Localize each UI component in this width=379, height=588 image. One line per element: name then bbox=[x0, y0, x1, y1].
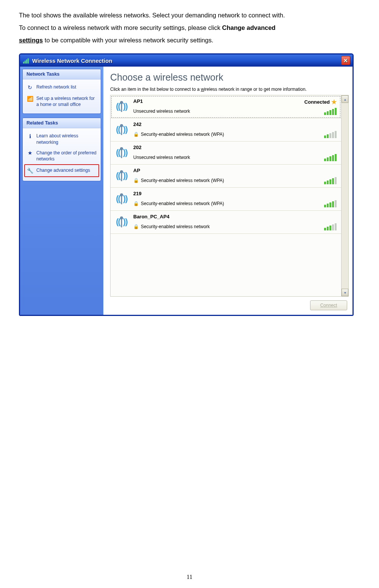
refresh-icon: ↻ bbox=[27, 84, 33, 91]
network-security: 🔒Security-enabled wireless network (WPA) bbox=[133, 201, 337, 206]
network-task-label: Refresh network list bbox=[36, 84, 76, 90]
lock-icon: 🔒 bbox=[133, 178, 139, 183]
network-security: 🔒Security-enabled wireless network bbox=[133, 224, 337, 229]
network-security: 🔒Security-enabled wireless network (WPA) bbox=[133, 178, 337, 183]
star-icon: ★ bbox=[27, 150, 33, 157]
network-tasks-panel: Network Tasks ↻Refresh network list📶Set … bbox=[22, 69, 101, 114]
related-task-label: Change the order of preferred networks bbox=[36, 150, 97, 162]
related-task-label: Change advanced settings bbox=[36, 167, 90, 173]
scroll-down-button[interactable]: ▾ bbox=[342, 289, 348, 296]
antenna-icon: (( )) bbox=[114, 145, 129, 160]
signal-strength-icon bbox=[324, 177, 337, 184]
window: Wireless Network Connection ✕ Network Ta… bbox=[19, 53, 354, 316]
signal-strength-icon bbox=[324, 131, 337, 138]
network-task-link-0[interactable]: ↻Refresh network list bbox=[25, 82, 98, 93]
signal-strength-icon bbox=[324, 107, 337, 115]
instruction-text: Click an item in the list below to conne… bbox=[110, 87, 349, 92]
scroll-up-button[interactable]: ▴ bbox=[342, 95, 348, 103]
antenna-icon: (( )) bbox=[114, 98, 129, 114]
intro-text: The tool shows the available wireless ne… bbox=[19, 9, 360, 47]
network-item-5[interactable]: (( ))Baron_PC_AP4🔒Security-enabled wirel… bbox=[111, 211, 341, 234]
network-list-container: (( ))AP1Unsecured wireless networkConnec… bbox=[110, 95, 349, 297]
sidebar: Network Tasks ↻Refresh network list📶Set … bbox=[20, 67, 103, 315]
setup-network-icon: 📶 bbox=[27, 95, 33, 102]
network-status: Connected bbox=[304, 99, 330, 105]
signal-strength-icon bbox=[324, 154, 337, 161]
titlebar: Wireless Network Connection ✕ bbox=[20, 54, 352, 67]
related-task-link-2[interactable]: 🔧Change advanced settings bbox=[24, 164, 99, 177]
related-tasks-panel: Related Tasks ℹLearn about wireless netw… bbox=[22, 118, 101, 181]
antenna-icon: (( )) bbox=[114, 214, 129, 230]
intro-line2-bold: Change advanced bbox=[222, 24, 275, 31]
network-name: Baron_PC_AP4 bbox=[133, 214, 337, 219]
intro-line2-pre: To connect to a wireless network with mo… bbox=[19, 24, 222, 31]
antenna-icon: (( )) bbox=[114, 121, 129, 137]
info-icon: ℹ bbox=[27, 133, 33, 140]
network-item-4[interactable]: (( ))219🔒Security-enabled wireless netwo… bbox=[111, 188, 341, 211]
wifi-title-icon bbox=[23, 58, 30, 64]
network-item-0[interactable]: (( ))AP1Unsecured wireless networkConnec… bbox=[111, 95, 341, 118]
signal-strength-icon bbox=[324, 200, 337, 207]
network-security: Unsecured wireless network bbox=[133, 155, 337, 160]
related-tasks-title: Related Tasks bbox=[23, 118, 101, 128]
lock-icon: 🔒 bbox=[133, 132, 139, 137]
main-heading: Choose a wireless network bbox=[110, 72, 349, 83]
connect-button[interactable]: Connect bbox=[310, 300, 347, 310]
page-number: 11 bbox=[0, 574, 379, 580]
intro-line3-post: to be compatible with your wireless netw… bbox=[43, 37, 213, 44]
window-title: Wireless Network Connection bbox=[32, 58, 341, 64]
network-task-link-1[interactable]: 📶Set up a wireless network for a home or… bbox=[25, 93, 98, 110]
network-name: 202 bbox=[133, 145, 337, 150]
intro-line3-bold: settings bbox=[19, 37, 43, 44]
network-task-label: Set up a wireless network for a home or … bbox=[36, 95, 97, 107]
lock-icon: 🔒 bbox=[133, 201, 139, 206]
signal-strength-icon bbox=[324, 223, 337, 230]
related-task-link-1[interactable]: ★Change the order of preferred networks bbox=[25, 148, 98, 164]
antenna-icon: (( )) bbox=[114, 168, 129, 184]
network-item-2[interactable]: (( ))202Unsecured wireless network bbox=[111, 142, 341, 165]
scrollbar[interactable]: ▴ ▾ bbox=[341, 95, 348, 296]
network-name: 242 bbox=[133, 121, 337, 127]
related-task-label: Learn about wireless networking bbox=[36, 133, 97, 145]
antenna-icon: (( )) bbox=[114, 191, 129, 207]
network-security: 🔒Security-enabled wireless network (WPA) bbox=[133, 132, 337, 137]
favorite-star-icon: ★ bbox=[331, 98, 337, 106]
related-task-link-0[interactable]: ℹLearn about wireless networking bbox=[25, 131, 98, 147]
scroll-track[interactable] bbox=[342, 103, 348, 289]
network-list[interactable]: (( ))AP1Unsecured wireless networkConnec… bbox=[111, 95, 341, 296]
network-item-3[interactable]: (( ))AP🔒Security-enabled wireless networ… bbox=[111, 165, 341, 188]
main-pane: Choose a wireless network Click an item … bbox=[103, 67, 352, 315]
lock-icon: 🔒 bbox=[133, 224, 139, 229]
network-name: 219 bbox=[133, 191, 337, 196]
network-item-1[interactable]: (( ))242🔒Security-enabled wireless netwo… bbox=[111, 118, 341, 142]
network-tasks-title: Network Tasks bbox=[23, 69, 101, 79]
intro-line1: The tool shows the available wireless ne… bbox=[19, 12, 285, 19]
network-name: AP bbox=[133, 168, 337, 173]
close-button[interactable]: ✕ bbox=[341, 56, 350, 65]
wrench-icon: 🔧 bbox=[27, 167, 33, 174]
